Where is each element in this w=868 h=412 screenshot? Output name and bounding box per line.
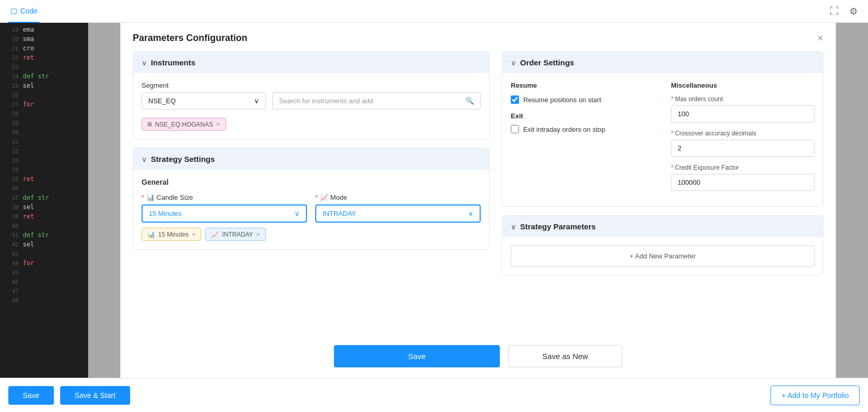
line-number: 34 <box>4 167 19 173</box>
mode-label: * 📈 Mode <box>315 194 481 201</box>
line-number: 26 <box>4 92 19 99</box>
modal-title: Parameters Configuration <box>133 33 247 44</box>
code-line: 31 <box>0 137 88 146</box>
strategy-settings-body: General * 📊 Candle Size <box>133 170 489 249</box>
bottom-save-start-button[interactable]: Save & Start <box>60 386 130 405</box>
line-content: ret <box>23 213 34 220</box>
code-line: 46 <box>0 277 88 286</box>
mode-value: INTRADAY <box>323 210 356 217</box>
line-number: 20 <box>4 36 19 43</box>
order-settings-title: Order Settings <box>520 58 574 67</box>
line-number: 46 <box>4 279 19 285</box>
credit-label: * Credit Exposure Factor <box>671 164 815 171</box>
code-line: 43 <box>0 249 88 258</box>
line-number: 30 <box>4 129 19 136</box>
modal-actions: Save Save as New <box>120 339 836 378</box>
fullscreen-button[interactable]: ⛶ <box>828 4 841 19</box>
candle-size-tag-remove[interactable]: × <box>192 230 196 238</box>
max-orders-field: * Max orders count <box>671 95 815 122</box>
max-orders-input[interactable] <box>671 105 815 122</box>
order-settings-body: Resume Resume positions on start Exit <box>502 73 823 207</box>
mode-select[interactable]: INTRADAY ∨ <box>315 204 481 223</box>
line-number: 47 <box>4 288 19 295</box>
instrument-tag-icon: ⊞ <box>147 121 152 128</box>
exit-section: Exit Exit intraday orders on stop <box>511 112 654 133</box>
order-settings-two-col: Resume Resume positions on start Exit <box>511 81 815 198</box>
code-line: 38sel <box>0 202 88 212</box>
code-line: 32 <box>0 146 88 156</box>
crossover-input[interactable] <box>671 140 815 157</box>
mode-tag: 📈 INTRADAY × <box>205 228 265 241</box>
code-line: 47 <box>0 286 88 296</box>
segment-select[interactable]: NSE_EQ ∨ <box>142 92 266 109</box>
mode-group: * 📈 Mode INTRADAY ∨ <box>315 194 481 223</box>
line-content: ret <box>23 175 34 183</box>
code-line: 22ret <box>0 53 88 62</box>
line-number: 28 <box>4 111 19 117</box>
line-number: 48 <box>4 297 19 304</box>
add-param-button[interactable]: + Add New Parameter <box>511 245 815 267</box>
line-content: cro <box>23 45 34 52</box>
strategy-params-body: + Add New Parameter <box>502 237 823 275</box>
nav-right: ⛶ ⚙ <box>828 4 860 19</box>
bottom-save-button[interactable]: Save <box>8 386 54 405</box>
crossover-required: * <box>671 130 674 137</box>
mode-chevron-icon: ∨ <box>468 210 473 217</box>
segment-label: Segment <box>142 81 481 89</box>
order-settings-header[interactable]: ∨ Order Settings <box>502 52 823 73</box>
mode-label-text: Mode <box>330 194 347 201</box>
misc-col: Miscellaneous * Max orders count <box>671 81 815 198</box>
left-column: ∨ Instruments Segment NSE_EQ ∨ <box>133 51 489 331</box>
modal-close-button[interactable]: × <box>817 32 823 44</box>
strategy-tags-row: 📊 15 Minutes × 📈 INTRADAY × <box>142 228 481 241</box>
instruments-section-header[interactable]: ∨ Instruments <box>133 52 489 73</box>
search-icon: 🔍 <box>466 97 474 105</box>
line-number: 21 <box>4 45 19 52</box>
exit-checkbox[interactable] <box>511 125 519 133</box>
code-editor: 19ema20sma21cro22ret2324def str25sel2627… <box>0 23 88 378</box>
line-number: 32 <box>4 148 19 155</box>
crossover-label-text: Crossover accuracy decimals <box>675 130 757 137</box>
settings-button[interactable]: ⚙ <box>847 4 860 19</box>
line-number: 25 <box>4 83 19 89</box>
code-line: 34 <box>0 165 88 174</box>
line-content: def str <box>23 231 49 239</box>
line-number: 31 <box>4 139 19 145</box>
code-line: 33 <box>0 156 88 165</box>
mode-tag-remove[interactable]: × <box>256 230 260 238</box>
strategy-params-header[interactable]: ∨ Strategy Parameters <box>502 216 823 237</box>
resume-label: Resume <box>511 81 654 89</box>
exit-label: Exit <box>511 112 654 120</box>
max-orders-required: * <box>671 95 674 103</box>
code-tab[interactable]: ◻ Code <box>8 0 39 23</box>
instruments-section: ∨ Instruments Segment NSE_EQ ∨ <box>133 51 489 140</box>
line-content: def str <box>23 194 49 201</box>
credit-field: * Credit Exposure Factor <box>671 164 815 191</box>
instrument-tag-remove[interactable]: × <box>216 120 220 128</box>
candle-size-tag-text: 15 Minutes <box>158 231 189 238</box>
credit-input[interactable] <box>671 174 815 191</box>
code-line: 19ema <box>0 25 88 34</box>
exit-checkbox-label: Exit intraday orders on stop <box>523 126 605 133</box>
instruments-search[interactable]: Search for instruments and add 🔍 <box>272 92 481 109</box>
resume-checkbox[interactable] <box>511 95 519 104</box>
code-line: 39ret <box>0 212 88 221</box>
candle-size-select[interactable]: 15 Minutes ∨ <box>142 204 307 223</box>
code-line: 37def str <box>0 193 88 202</box>
candle-size-tag-icon: 📊 <box>147 231 155 238</box>
candle-size-value: 15 Minutes <box>149 210 182 217</box>
line-number: 23 <box>4 64 19 71</box>
code-line: 27for <box>0 100 88 109</box>
line-number: 36 <box>4 185 19 192</box>
strategy-settings-header[interactable]: ∨ Strategy Settings <box>133 148 489 170</box>
line-content: for <box>23 101 34 108</box>
add-to-portfolio-button[interactable]: + Add to My Portfolio <box>771 386 860 405</box>
save-button[interactable]: Save <box>334 345 500 367</box>
segment-chevron-icon: ∨ <box>254 97 259 105</box>
code-tab-label: Code <box>20 7 37 15</box>
max-orders-label: * Max orders count <box>671 95 815 103</box>
strategy-params-section: ∨ Strategy Parameters + Add New Paramete… <box>502 215 823 276</box>
save-as-new-button[interactable]: Save as New <box>508 345 622 367</box>
top-nav: ◻ Code ⛶ ⚙ <box>0 0 868 23</box>
code-tab-icon: ◻ <box>10 6 17 16</box>
